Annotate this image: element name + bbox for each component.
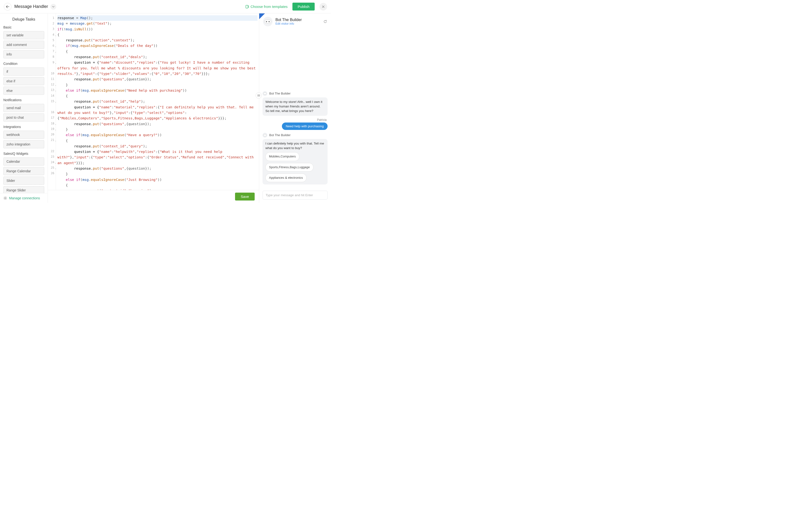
editor-column: 1234567891011121314151617181920212223242…	[48, 14, 259, 203]
bot-reply-message: I can definitely help you with that. Tel…	[263, 139, 327, 185]
save-bar: Save	[48, 190, 259, 203]
save-button[interactable]: Save	[235, 193, 255, 200]
templates-label: Choose from templates	[251, 4, 288, 9]
task-item[interactable]: else	[3, 87, 44, 95]
back-button[interactable]	[4, 3, 11, 10]
task-item[interactable]: send mail	[3, 104, 44, 112]
bot-from-name-2: Bot The Builder	[269, 133, 291, 137]
page-title: Message Handler	[14, 4, 48, 9]
chat-header: Bot The Builder Edit visitor info	[259, 14, 331, 29]
refresh-button[interactable]	[323, 20, 327, 23]
user-message: Need help with purchasing	[282, 123, 327, 130]
title-dropdown[interactable]	[51, 4, 56, 9]
task-group-label: Integrations	[3, 125, 44, 129]
task-item[interactable]: Range Calendar	[3, 167, 44, 175]
bot-mini-avatar	[263, 91, 267, 96]
task-item[interactable]: info	[3, 50, 44, 58]
chip[interactable]: Mobiles,Computers	[265, 152, 299, 161]
publish-button[interactable]: Publish	[292, 3, 315, 10]
task-item[interactable]: Calendar	[3, 157, 44, 166]
gutter: 1234567891011121314151617181920212223242…	[48, 14, 56, 190]
gear-icon	[3, 196, 7, 200]
bot-name: Bot The Builder	[276, 18, 302, 22]
refresh-icon	[323, 20, 327, 23]
sidebar: Deluge Tasks Basicset variableadd commen…	[0, 14, 48, 203]
task-item[interactable]: set variable	[3, 31, 44, 39]
user-name: Patricia	[263, 118, 327, 122]
task-item[interactable]: zoho integration	[3, 140, 44, 148]
task-item[interactable]: if	[3, 68, 44, 76]
task-item[interactable]: post to chat	[3, 113, 44, 122]
svg-point-1	[5, 198, 6, 198]
code-content[interactable]: response = Map();msg = message.get("text…	[56, 14, 259, 190]
task-group-label: Condition	[3, 62, 44, 65]
chevron-down-icon	[52, 6, 55, 7]
chips-container: Mobiles,ComputersSports,Fitness,Bags,Lug…	[265, 152, 325, 182]
bot-mini-avatar	[263, 133, 267, 138]
bot-from-row: Bot The Builder	[263, 91, 327, 96]
manage-connections[interactable]: Manage connections	[0, 193, 48, 203]
task-item[interactable]: webhook	[3, 131, 44, 139]
close-button[interactable]	[319, 3, 327, 10]
chat-input[interactable]: Type your message and hit Enter	[263, 191, 327, 199]
chat-body: Bot The Builder Welcome to my store! Ahh…	[259, 29, 331, 188]
task-item[interactable]: Slider	[3, 177, 44, 185]
templates-icon	[245, 5, 249, 9]
header: Message Handler Choose from templates Pu…	[0, 0, 331, 14]
sidebar-title: Deluge Tasks	[3, 17, 44, 22]
task-item[interactable]: Range Slider	[3, 186, 44, 193]
bot-from-name: Bot The Builder	[269, 92, 291, 95]
main: Deluge Tasks Basicset variableadd commen…	[0, 14, 331, 203]
panel-toggle[interactable]	[256, 92, 262, 99]
chat-panel: Bot The Builder Edit visitor info Bot Th…	[259, 14, 331, 203]
bot-welcome-message: Welcome to my store! Ahh.. well I own it…	[263, 98, 327, 116]
task-group-label: Notifications	[3, 98, 44, 102]
menu-icon	[257, 94, 260, 97]
bot-reply-text: I can definitely help you with that. Tel…	[265, 142, 324, 150]
task-item[interactable]: else if	[3, 77, 44, 85]
svg-rect-0	[246, 5, 248, 8]
chip[interactable]: Appliances & electronics	[265, 173, 307, 182]
task-group-label: Basic	[3, 25, 44, 29]
task-group-label: SalesIQ Widgets	[3, 152, 44, 156]
bot-avatar	[263, 17, 272, 26]
edit-visitor-link[interactable]: Edit visitor info	[276, 22, 302, 25]
code-editor[interactable]: 1234567891011121314151617181920212223242…	[48, 14, 259, 190]
manage-label: Manage connections	[9, 196, 40, 200]
bot-from-row-2: Bot The Builder	[263, 133, 327, 138]
task-item[interactable]: add comment	[3, 41, 44, 49]
chip[interactable]: Sports,Fitness,Bags,Luggage	[265, 163, 314, 171]
templates-link[interactable]: Choose from templates	[245, 4, 288, 9]
close-icon	[322, 5, 325, 8]
